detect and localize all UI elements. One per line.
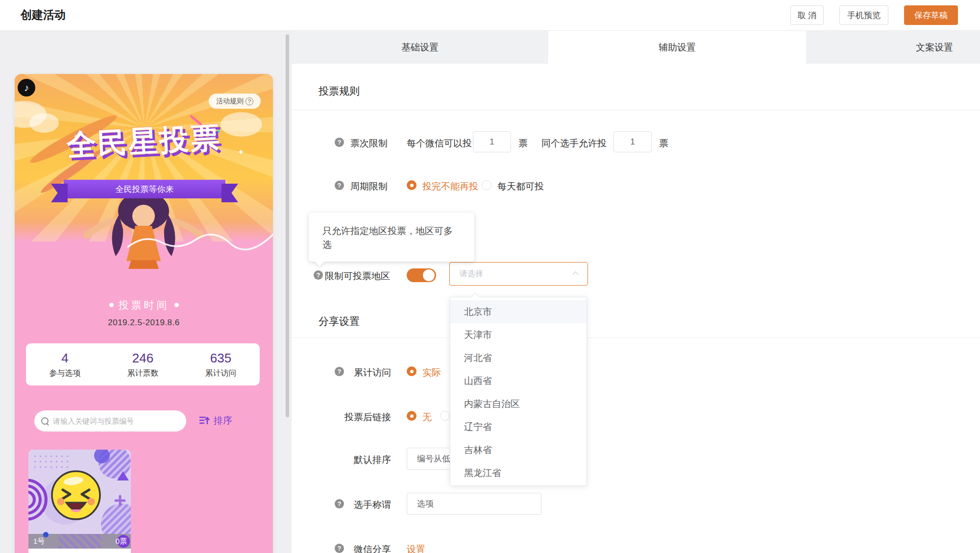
wave-line-decoration — [127, 230, 273, 252]
music-note-glyph: ♪ — [24, 82, 29, 94]
dropdown-item-neimenggu[interactable]: 内蒙古自治区 — [450, 392, 587, 415]
phone-preview-button[interactable]: 手机预览 — [839, 5, 888, 25]
activity-rules-label: 活动规则 — [216, 97, 244, 106]
tab-basic-settings[interactable]: 基础设置 — [292, 31, 548, 64]
search-input[interactable] — [53, 417, 179, 425]
dropdown-item-jilin[interactable]: 吉林省 — [450, 438, 587, 461]
help-icon-region[interactable]: ? — [314, 270, 323, 280]
option-votes: 0票 — [116, 537, 127, 546]
radio-daily-vote[interactable] — [482, 180, 491, 190]
radio-visits-actual-label[interactable]: 实际 — [422, 366, 441, 379]
question-circle-icon: ? — [245, 97, 253, 105]
sort-icon — [199, 416, 210, 426]
help-icon-visits[interactable]: ? — [335, 367, 344, 376]
top-bar: 创建活动 取 消 手机预览 保存草稿 — [0, 0, 980, 31]
per-player-text: 同个选手允许投 — [541, 137, 607, 150]
dropdown-item-beijing[interactable]: 北京市 — [450, 300, 587, 323]
dot-decoration — [109, 303, 114, 307]
region-tooltip: 只允许指定地区投票，地区可多选 — [309, 213, 474, 262]
cycle-limit-label: 周期限制 — [350, 180, 388, 193]
section-title-vote-rules: 投票规则 — [318, 84, 360, 98]
option-card-body — [28, 549, 131, 553]
visits-label: 累计访问 — [354, 366, 391, 379]
player-title-input[interactable]: 选项 — [407, 493, 541, 515]
radio-visits-actual[interactable] — [407, 366, 416, 376]
cancel-button[interactable]: 取 消 — [790, 5, 824, 25]
section-divider — [292, 337, 980, 338]
settings-tabs: 基础设置 辅助设置 文案设置 — [292, 31, 980, 64]
stats-card: 4 参与选项 246 累计票数 635 累计访问 — [26, 343, 260, 385]
emoji-face-image — [50, 469, 102, 521]
section-title-share: 分享设置 — [318, 314, 360, 328]
votes-unit: 票 — [518, 137, 528, 150]
activity-rules-button[interactable]: 活动规则 ? — [209, 94, 261, 109]
sort-button[interactable]: 排序 — [199, 413, 232, 429]
per-player-votes-input[interactable] — [613, 131, 652, 152]
radio-no-revote[interactable] — [407, 180, 416, 190]
stat-options: 4 参与选项 — [26, 351, 104, 379]
radio-daily-vote-label[interactable]: 每天都可投 — [497, 180, 544, 193]
radio-after-link-none-label[interactable]: 无 — [422, 411, 432, 424]
help-icon-cycle-limit[interactable]: ? — [335, 181, 344, 190]
player-title-label: 选手称谓 — [354, 499, 391, 511]
tab-label: 文案设置 — [916, 41, 953, 54]
dot-decoration — [174, 303, 179, 307]
create-activity-page: ✦ ✦ ♪ 活动规则 ? 全民星投票 全民投票等你来 — [0, 0, 980, 553]
option-number: 1号 — [33, 537, 45, 546]
radio-no-revote-label[interactable]: 投完不能再投 — [422, 180, 478, 193]
tab-auxiliary-settings[interactable]: 辅助设置 — [548, 31, 806, 64]
chevron-up-icon — [572, 271, 579, 278]
poster-subtitle: 全民投票等你来 — [116, 184, 174, 195]
search-icon — [41, 417, 49, 425]
stat-votes-value: 246 — [104, 351, 182, 366]
region-select[interactable]: 请选择 — [449, 262, 588, 286]
sort-label: 排序 — [214, 414, 232, 427]
dropdown-item-heilongjiang[interactable]: 黑龙江省 — [450, 461, 587, 484]
region-label: 限制可投票地区 — [325, 270, 390, 283]
help-icon-ticket-limit[interactable]: ? — [335, 138, 344, 147]
stat-options-label: 参与选项 — [26, 368, 104, 379]
per-wechat-text: 每个微信可以投 — [407, 137, 472, 150]
dropdown-item-hebei[interactable]: 河北省 — [450, 346, 587, 369]
stat-visits: 635 累计访问 — [182, 351, 260, 379]
stat-visits-value: 635 — [182, 351, 260, 366]
music-note-icon[interactable]: ♪ — [18, 79, 35, 96]
wechat-share-settings-link[interactable]: 设置 — [407, 543, 425, 553]
stat-votes-label: 累计票数 — [104, 368, 182, 379]
phone-preview-card: ✦ ✦ ♪ 活动规则 ? 全民星投票 全民投票等你来 — [15, 74, 273, 553]
default-sort-label: 默认排序 — [354, 454, 391, 466]
after-link-label: 投票后链接 — [344, 411, 391, 424]
help-icon-wechat-share[interactable]: ? — [335, 544, 344, 553]
votes-unit: 票 — [659, 137, 668, 150]
left-panel-scrollbar[interactable] — [286, 34, 289, 417]
stat-votes: 246 累计票数 — [104, 351, 182, 379]
dropdown-item-shanxi[interactable]: 山西省 — [450, 369, 587, 392]
settings-panel — [292, 31, 980, 553]
vote-time-range: 2019.2.5-2019.8.6 — [15, 318, 273, 328]
vote-time-label: 投票时间 — [119, 299, 170, 311]
help-icon-player-title[interactable]: ? — [335, 499, 344, 508]
region-toggle-on[interactable] — [407, 268, 436, 282]
preview-search-bar — [34, 410, 186, 432]
option-card-info-bar: 1号 0票 — [28, 534, 131, 549]
tab-label: 辅助设置 — [659, 41, 696, 54]
vote-option-card[interactable]: 1号 0票 — [28, 450, 131, 553]
tab-copy-settings[interactable]: 文案设置 — [806, 31, 980, 64]
region-dropdown-menu: 北京市 天津市 河北省 山西省 内蒙古自治区 辽宁省 吉林省 黑龙江省 — [450, 297, 587, 486]
vote-time-heading: 投票时间 — [15, 298, 273, 312]
stat-visits-label: 累计访问 — [182, 368, 260, 379]
toggle-knob — [423, 269, 435, 281]
tab-label: 基础设置 — [401, 41, 439, 54]
dropdown-item-tianjin[interactable]: 天津市 — [450, 323, 587, 346]
radio-after-link-none[interactable] — [407, 411, 416, 421]
save-draft-button[interactable]: 保存草稿 — [904, 5, 958, 25]
section-divider — [292, 110, 980, 110]
bar-stripes-decoration — [59, 534, 101, 549]
woman-illustration — [73, 188, 215, 269]
player-title-value: 选项 — [417, 498, 434, 509]
radio-after-link-other[interactable] — [440, 411, 450, 421]
dropdown-item-liaoning[interactable]: 辽宁省 — [450, 415, 587, 438]
poster-subtitle-ribbon: 全民投票等你来 — [64, 180, 225, 198]
ticket-limit-label: 票次限制 — [350, 137, 388, 150]
per-wechat-votes-input[interactable] — [473, 131, 511, 152]
